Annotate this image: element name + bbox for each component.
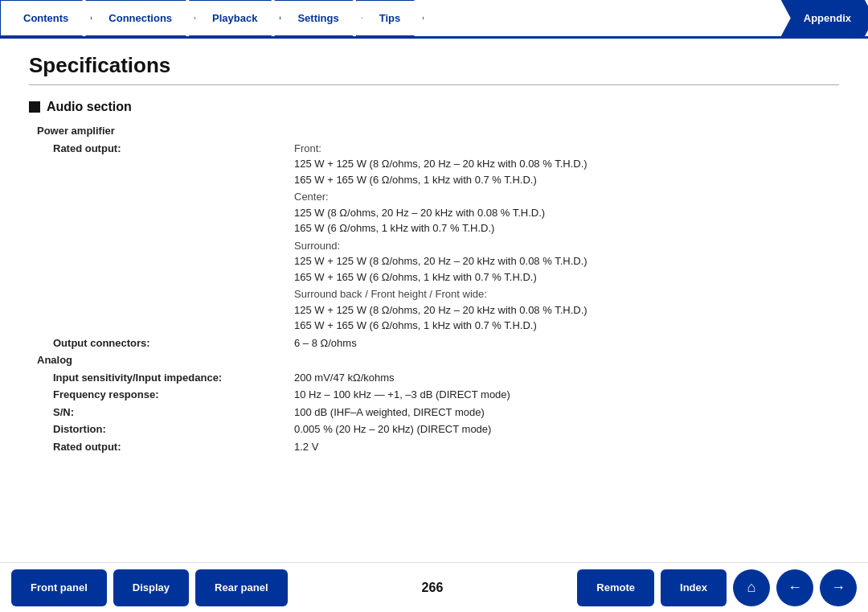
table-row: Rated output: 1.2 V	[29, 438, 839, 456]
audio-section-heading: Audio section	[29, 100, 839, 114]
table-row: Rated output: Front: 125 W + 125 W (8 Ω/…	[29, 140, 839, 335]
sn-value: 100 dB (IHF–A weighted, DIRECT mode)	[286, 404, 839, 421]
page-title: Specifications	[29, 53, 839, 85]
rear-panel-button[interactable]: Rear panel	[195, 569, 287, 606]
index-button[interactable]: Index	[661, 569, 727, 606]
remote-button[interactable]: Remote	[577, 569, 654, 606]
tab-playback[interactable]: Playback	[189, 0, 280, 36]
front-panel-button[interactable]: Front panel	[11, 569, 107, 606]
forward-icon: →	[831, 579, 845, 596]
analog-bullet: Analog	[29, 351, 286, 369]
analog-rated-output-label: Rated output:	[29, 438, 286, 456]
analog-rated-output-value: 1.2 V	[286, 438, 839, 456]
bottom-right-buttons: Remote Index ⌂ ← →	[574, 569, 868, 606]
input-sensitivity-label: Input sensitivity/Input impedance:	[29, 369, 286, 387]
bottom-left-buttons: Front panel Display Rear panel	[0, 569, 291, 606]
table-row: Distortion: 0.005 % (20 Hz – 20 kHz) (DI…	[29, 421, 839, 438]
forward-button[interactable]: →	[820, 569, 857, 606]
tab-settings[interactable]: Settings	[274, 0, 362, 36]
output-connectors-value: 6 – 8 Ω/ohms	[286, 335, 839, 352]
tab-connections[interactable]: Connections	[85, 0, 195, 36]
bottom-navigation: Front panel Display Rear panel 266 Remot…	[0, 562, 868, 612]
table-row: Frequency response: 10 Hz – 100 kHz — +1…	[29, 386, 839, 404]
back-button[interactable]: ←	[776, 569, 813, 606]
table-row: Output connectors: 6 – 8 Ω/ohms	[29, 335, 839, 352]
frequency-response-label: Frequency response:	[29, 386, 286, 404]
back-icon: ←	[788, 579, 802, 596]
rated-output-value: Front: 125 W + 125 W (8 Ω/ohms, 20 Hz – …	[286, 140, 839, 335]
sn-label: S/N:	[29, 404, 286, 421]
spec-table: Power amplifier Rated output: Front: 125…	[29, 122, 839, 455]
main-content: Specifications Audio section Power ampli…	[0, 39, 868, 562]
top-navigation: Contents Connections Playback Settings T…	[0, 0, 868, 39]
table-row: Analog	[29, 351, 839, 369]
display-button[interactable]: Display	[113, 569, 189, 606]
table-row: Power amplifier	[29, 122, 839, 140]
output-connectors-label: Output connectors:	[29, 335, 286, 352]
home-icon: ⌂	[747, 579, 756, 596]
distortion-label: Distortion:	[29, 421, 286, 438]
tab-tips[interactable]: Tips	[356, 0, 424, 36]
tab-contents[interactable]: Contents	[0, 0, 92, 36]
home-button[interactable]: ⌂	[733, 569, 770, 606]
power-amplifier-bullet: Power amplifier	[29, 122, 286, 140]
distortion-value: 0.005 % (20 Hz – 20 kHz) (DIRECT mode)	[286, 421, 839, 438]
frequency-response-value: 10 Hz – 100 kHz — +1, –3 dB (DIRECT mode…	[286, 386, 839, 404]
tab-appendix[interactable]: Appendix	[781, 0, 868, 36]
page-number: 266	[407, 581, 458, 595]
section-square-icon	[29, 101, 40, 113]
table-row: S/N: 100 dB (IHF–A weighted, DIRECT mode…	[29, 404, 839, 421]
rated-output-label: Rated output:	[29, 140, 286, 335]
input-sensitivity-value: 200 mV/47 kΩ/kohms	[286, 369, 839, 387]
table-row: Input sensitivity/Input impedance: 200 m…	[29, 369, 839, 387]
